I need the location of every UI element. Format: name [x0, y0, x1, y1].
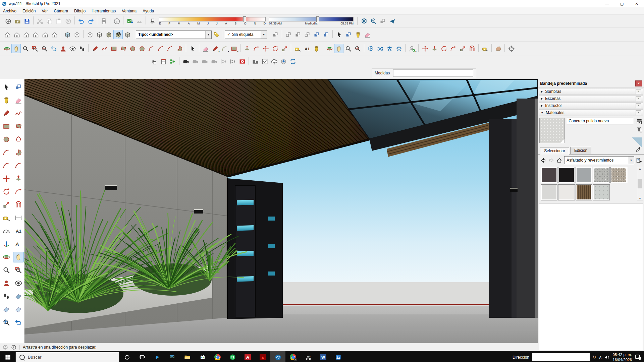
pan-tool-icon[interactable] — [13, 252, 24, 262]
make-component-icon[interactable] — [13, 82, 24, 93]
orbit2-icon[interactable] — [325, 44, 334, 53]
circle-tool-icon[interactable] — [1, 134, 12, 145]
move-tool-icon[interactable] — [1, 173, 12, 184]
pie-tool-icon[interactable] — [175, 44, 184, 53]
three-point-arc-icon[interactable] — [165, 44, 175, 53]
previous-view-icon[interactable] — [13, 317, 24, 328]
pan-tool-icon[interactable] — [11, 44, 21, 53]
scene-camera3-icon[interactable] — [209, 57, 219, 66]
line-tool-icon[interactable] — [1, 108, 12, 119]
arc-tool-icon[interactable] — [147, 44, 156, 53]
classifier-tag-icon[interactable] — [212, 30, 221, 39]
shadow-time-slider[interactable]: 07:35 AM Mediodía 05:33 PM — [269, 17, 354, 25]
rectangle-tool-icon[interactable] — [109, 44, 118, 53]
material-swatch-hormigon-claro[interactable] — [593, 167, 610, 183]
shadow-toggle-icon[interactable] — [148, 16, 157, 26]
paint-tool-icon[interactable] — [1, 95, 12, 106]
eraser-tool-icon[interactable] — [363, 30, 372, 39]
undo-icon[interactable] — [76, 16, 86, 26]
shadow-date-slider[interactable]: EFMAMJJASOND — [159, 17, 266, 25]
section-plane-icon[interactable] — [13, 291, 24, 302]
ellipse-tool-icon[interactable] — [137, 44, 147, 53]
scale2-icon[interactable] — [458, 44, 467, 53]
chevron-collapsed-icon[interactable]: ▶ — [541, 90, 543, 93]
component-lock-icon[interactable] — [312, 30, 321, 39]
cloud-upload-icon[interactable] — [269, 57, 279, 66]
extension-manager-icon[interactable] — [394, 44, 404, 53]
notification-center-icon[interactable]: 1 — [635, 354, 642, 361]
copy-icon[interactable] — [45, 16, 54, 26]
tray-close-button[interactable]: × — [635, 80, 642, 86]
taskbar-app-mail[interactable]: ✉ — [165, 351, 180, 362]
two-point-arc-icon[interactable] — [1, 160, 12, 171]
taskbar-app-chrome[interactable] — [210, 351, 225, 362]
classifier-dropdown[interactable]: Tipo: <undefined> ▼ — [136, 31, 212, 39]
make-component-icon[interactable] — [344, 30, 353, 39]
download-model-icon[interactable] — [279, 57, 288, 66]
position-camera-icon[interactable] — [58, 44, 68, 53]
rotate-tool-icon[interactable] — [1, 186, 12, 197]
collection-dropdown[interactable]: Asfaltado y revestimientos ▼ — [564, 156, 634, 164]
rotate-tool-icon[interactable] — [270, 44, 280, 53]
tab-edicion[interactable]: Edición — [570, 147, 591, 154]
menu-item-edición[interactable]: Edición — [19, 9, 39, 13]
trimble-connect-sync-icon[interactable] — [288, 57, 298, 66]
zoom-window-icon[interactable] — [13, 265, 24, 276]
redo-icon[interactable] — [86, 16, 95, 26]
orbit-tool-icon[interactable] — [1, 252, 12, 262]
tray-section-sombras[interactable]: ▶ Sombras × — [539, 88, 643, 95]
material-swatch-encofrado-madera[interactable] — [576, 184, 592, 200]
offset-tool-icon[interactable] — [13, 199, 24, 210]
eraser2-icon[interactable] — [201, 44, 210, 53]
shape-menu-icon[interactable]: ▾ — [229, 44, 238, 53]
text-tool-icon[interactable]: A1 — [13, 226, 24, 236]
time-slider-handle[interactable] — [316, 16, 319, 22]
back-view-icon[interactable] — [31, 30, 40, 39]
menu-item-dibujo[interactable]: Dibujo — [71, 9, 89, 13]
3d-text-tool-icon[interactable]: A — [13, 239, 24, 249]
right-view-icon[interactable] — [50, 30, 59, 39]
taskbar-app-sketchup[interactable] — [270, 351, 285, 362]
walk-tool-icon[interactable] — [77, 44, 87, 53]
taskbar-app-cortana[interactable] — [119, 351, 135, 362]
3dw-download-icon[interactable] — [366, 44, 375, 53]
paint-bucket-icon[interactable] — [353, 30, 363, 39]
push-pull-icon[interactable] — [13, 173, 24, 184]
tape-measure-icon[interactable] — [293, 44, 302, 53]
model-info-icon[interactable] — [112, 16, 121, 26]
scroll-up-icon[interactable]: ▲ — [639, 167, 641, 170]
follow-me2-icon[interactable] — [448, 44, 458, 53]
menu-item-ayuda[interactable]: Ayuda — [140, 9, 157, 13]
menu-item-herramientas[interactable]: Herramientas — [89, 9, 119, 13]
top-view-icon[interactable] — [12, 30, 21, 39]
3d-warehouse-icon[interactable] — [369, 16, 378, 26]
section-close-icon[interactable]: × — [636, 110, 641, 115]
walk-tool-icon[interactable] — [1, 291, 12, 302]
animation-icon[interactable] — [149, 57, 159, 66]
share-model-icon[interactable] — [387, 16, 397, 26]
offset-tool-icon[interactable] — [467, 44, 477, 53]
open-model-icon[interactable] — [13, 16, 22, 26]
scale-tool-icon[interactable] — [1, 199, 12, 210]
three-point-arc-icon[interactable] — [13, 160, 24, 171]
xray-style-icon[interactable] — [63, 30, 72, 39]
taskbar-app-chrome-profile[interactable]: A — [285, 351, 301, 362]
scroll-down-icon[interactable]: ▼ — [639, 197, 641, 200]
section-close-icon[interactable]: × — [636, 103, 641, 108]
taskbar-app-edge[interactable]: e — [150, 351, 165, 362]
scale-tool-icon[interactable] — [280, 44, 289, 53]
left-view-icon[interactable] — [40, 30, 50, 39]
chevron-down-icon[interactable]: ▼ — [628, 157, 634, 164]
eyedropper-icon[interactable] — [635, 146, 641, 153]
line-menu-icon[interactable]: ▾ — [210, 44, 220, 53]
push-pull2-icon[interactable] — [430, 44, 439, 53]
material-swatch-hormigon-blanco[interactable] — [558, 184, 575, 200]
maximize-button[interactable]: ▢ — [614, 0, 629, 7]
move2-icon[interactable] — [420, 44, 430, 53]
previous-view-icon[interactable] — [49, 44, 58, 53]
chevron-collapsed-icon[interactable]: ▶ — [541, 97, 543, 100]
menu-item-cámara[interactable]: Cámara — [51, 9, 71, 13]
info-icon[interactable] — [11, 345, 16, 350]
swatch-scrollbar[interactable]: ▲ ▼ — [637, 167, 643, 200]
chevron-expanded-icon[interactable]: ▼ — [541, 111, 543, 114]
